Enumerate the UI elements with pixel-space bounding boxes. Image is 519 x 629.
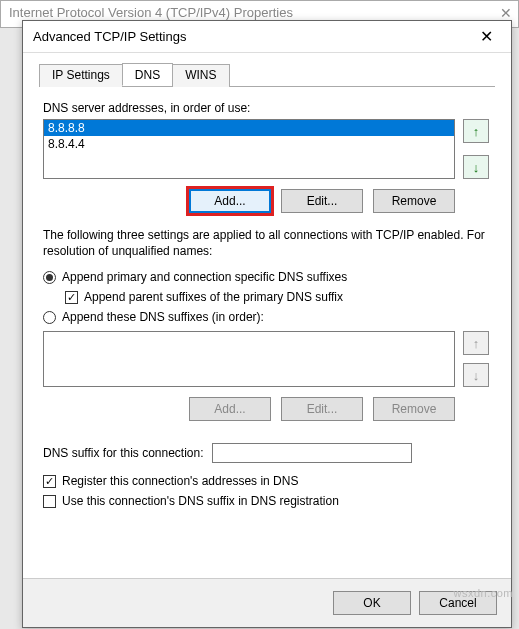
tab-ip-settings[interactable]: IP Settings [39, 64, 123, 87]
checkbox-label: Append parent suffixes of the primary DN… [84, 290, 343, 304]
add-dns-server-button[interactable]: Add... [189, 189, 271, 213]
tab-wins[interactable]: WINS [172, 64, 229, 87]
dns-servers-listbox[interactable]: 8.8.8.8 8.8.4.4 [43, 119, 455, 179]
check-use-suffix-registration[interactable]: Use this connection's DNS suffix in DNS … [43, 494, 491, 508]
watermark-text: wsxdn.com [453, 587, 513, 599]
dialog-footer: OK Cancel [23, 578, 511, 627]
suffix-move-down-button[interactable]: ↓ [463, 363, 489, 387]
dns-servers-label: DNS server addresses, in order of use: [43, 101, 491, 115]
tab-strip: IP Settings DNS WINS [39, 63, 495, 87]
check-append-parent[interactable]: ✓ Append parent suffixes of the primary … [65, 290, 491, 304]
ok-button[interactable]: OK [333, 591, 411, 615]
arrow-down-icon: ↓ [473, 160, 480, 175]
list-item[interactable]: 8.8.4.4 [44, 136, 454, 152]
dns-suffix-input[interactable] [212, 443, 412, 463]
radio-label: Append primary and connection specific D… [62, 270, 347, 284]
arrow-up-icon: ↑ [473, 124, 480, 139]
checkbox-icon: ✓ [43, 475, 56, 488]
advanced-tcpip-dialog: Advanced TCP/IP Settings ✕ IP Settings D… [22, 20, 512, 628]
radio-append-these[interactable]: Append these DNS suffixes (in order): [43, 310, 491, 324]
move-up-button[interactable]: ↑ [463, 119, 489, 143]
titlebar: Advanced TCP/IP Settings ✕ [23, 21, 511, 53]
suffix-move-up-button[interactable]: ↑ [463, 331, 489, 355]
radio-icon [43, 271, 56, 284]
radio-label: Append these DNS suffixes (in order): [62, 310, 264, 324]
list-item[interactable]: 8.8.8.8 [44, 120, 454, 136]
radio-icon [43, 311, 56, 324]
check-register-dns[interactable]: ✓ Register this connection's addresses i… [43, 474, 491, 488]
checkbox-label: Register this connection's addresses in … [62, 474, 298, 488]
remove-suffix-button[interactable]: Remove [373, 397, 455, 421]
arrow-up-icon: ↑ [473, 336, 480, 351]
add-suffix-button[interactable]: Add... [189, 397, 271, 421]
dialog-title: Advanced TCP/IP Settings [33, 29, 186, 44]
radio-append-primary[interactable]: Append primary and connection specific D… [43, 270, 491, 284]
checkbox-icon: ✓ [65, 291, 78, 304]
dns-suffix-field-label: DNS suffix for this connection: [43, 446, 204, 460]
dns-suffixes-listbox[interactable] [43, 331, 455, 387]
tab-dns[interactable]: DNS [122, 63, 173, 86]
checkbox-label: Use this connection's DNS suffix in DNS … [62, 494, 339, 508]
edit-dns-server-button[interactable]: Edit... [281, 189, 363, 213]
close-button[interactable]: ✕ [471, 27, 501, 46]
parent-dialog-title: Internet Protocol Version 4 (TCP/IPv4) P… [9, 5, 293, 20]
checkbox-icon [43, 495, 56, 508]
move-down-button[interactable]: ↓ [463, 155, 489, 179]
arrow-down-icon: ↓ [473, 368, 480, 383]
edit-suffix-button[interactable]: Edit... [281, 397, 363, 421]
explanation-text: The following three settings are applied… [43, 227, 491, 259]
parent-close-icon[interactable]: ✕ [500, 5, 512, 21]
remove-dns-server-button[interactable]: Remove [373, 189, 455, 213]
